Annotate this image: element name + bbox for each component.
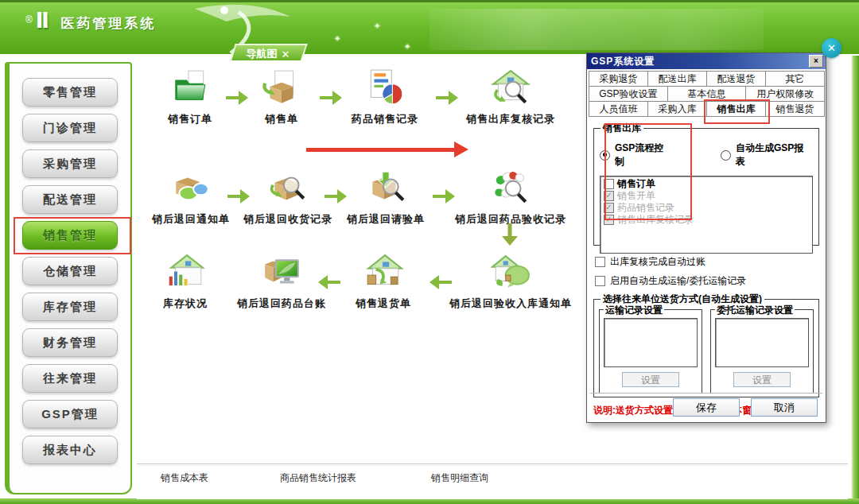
sidebar-item-label: 销售管理 <box>43 228 97 243</box>
dialog-tab[interactable]: 采购入库 <box>647 101 707 117</box>
group-entrusted-transport-records: 委托运输记录设置 设置 <box>710 309 814 394</box>
pills-magnifier-icon <box>491 169 531 208</box>
box-arrow-magnifier-icon <box>366 169 406 208</box>
record-type-listbox[interactable]: 销售订单✓销售开单✓药品销售记录✓销售出库复核记录 <box>600 176 813 254</box>
checkbox-auto-post-label[interactable]: 出库复核完成自动过账 <box>610 255 705 269</box>
radio-auto-generate-gsp-report-label[interactable]: 自动生成GSP报表 <box>736 142 813 169</box>
radio-gsp-process-control[interactable] <box>600 150 610 161</box>
sidebar-item-label: 仓储管理 <box>43 264 97 279</box>
dialog-close-button[interactable]: × <box>809 55 823 68</box>
sidebar-item-label: GSP管理 <box>41 407 99 422</box>
tab-navigation-label: 导航图 <box>247 47 278 61</box>
left-arrow-icon <box>317 273 341 291</box>
sidebar-item-contacts[interactable]: 往来管理 <box>22 364 118 393</box>
screenshot-close-button[interactable]: ✕ <box>822 38 842 58</box>
red-flow-arrow <box>306 142 469 159</box>
group-sales-outbound: 销售出库 GSP流程控制 自动生成GSP报表 销售订单✓销售开单✓药品销售记录✓… <box>593 128 819 246</box>
group-delivery-method-title: 选择往来单位送货方式(自动生成设置) <box>601 293 764 304</box>
radio-auto-generate-gsp-report[interactable] <box>721 150 731 161</box>
box-doc-icon <box>262 68 301 108</box>
checkbox-auto-transport[interactable] <box>595 276 605 286</box>
dialog-tab[interactable]: 配送出库 <box>647 71 707 87</box>
sidebar-item-label: 采购管理 <box>43 157 97 172</box>
sidebar-item-gsp[interactable]: GSP管理 <box>22 400 118 428</box>
down-arrow-icon <box>499 223 520 246</box>
sidebar-item-purchase[interactable]: 采购管理 <box>22 149 118 178</box>
flow-item-label: 销售出库复核记录 <box>447 112 574 126</box>
entrusted-settings-button[interactable]: 设置 <box>733 372 791 387</box>
sidebar-item-reports[interactable]: 报表中心 <box>22 436 118 464</box>
dialog-tab[interactable]: 采购退货 <box>589 71 648 87</box>
sparkle-decoration: ✦ <box>404 42 410 51</box>
sidebar-item-warehouse[interactable]: 仓储管理 <box>22 257 118 285</box>
dialog-body: 销售出库 GSP流程控制 自动生成GSP报表 销售订单✓销售开单✓药品销售记录✓… <box>587 120 826 422</box>
dialog-tab[interactable]: 用户权限修改 <box>745 86 825 102</box>
flow-item[interactable]: 销售出库复核记录 <box>447 68 574 126</box>
checkbox-auto-post[interactable] <box>595 257 605 267</box>
record-checkbox-label[interactable]: 销售出库复核记录 <box>617 213 694 227</box>
box-monitor-icon <box>262 253 301 293</box>
sidebar-item-inventory[interactable]: 库存管理 <box>22 293 118 321</box>
entrusted-transport-records-listbox[interactable] <box>715 318 809 367</box>
group-transport-records: 运输记录设置 设置 <box>599 309 702 394</box>
flow-item[interactable]: 销后退回药品验收记录 <box>447 169 574 227</box>
app-logo: 千方百剂®Ⅱ 医药管理系统 <box>24 9 156 33</box>
bottom-link[interactable]: 商品销售统计报表 <box>280 471 356 485</box>
save-button[interactable]: 保存 <box>673 398 740 417</box>
cancel-button[interactable]: 取消 <box>751 398 818 417</box>
house-bubble-icon <box>491 253 531 293</box>
right-arrow-icon <box>432 188 456 205</box>
window-frame-bottom <box>0 498 859 504</box>
bottom-link[interactable]: 销售成本表 <box>161 471 208 485</box>
sidebar-item-distribution[interactable]: 配送管理 <box>22 185 118 214</box>
checkbox-auto-transport-label[interactable]: 启用自动生成运输/委托运输记录 <box>610 274 746 288</box>
box-magnifier-icon <box>268 169 308 208</box>
checkbox-icon[interactable]: ✓ <box>604 203 614 213</box>
house-chart-icon <box>165 253 205 293</box>
dialog-tab[interactable]: 销售退货 <box>765 101 825 117</box>
sidebar-item-retail[interactable]: 零售管理 <box>22 78 118 107</box>
transport-records-listbox[interactable] <box>604 318 698 367</box>
radio-gsp-process-control-label[interactable]: GSP流程控制 <box>615 142 673 169</box>
checkbox-icon[interactable] <box>604 179 614 189</box>
dialog-tab[interactable]: 其它 <box>765 71 825 87</box>
sparkle-decoration: ✦ <box>334 34 340 43</box>
tab-close-icon[interactable]: ✕ <box>282 48 290 60</box>
dialog-title: GSP系统设置 <box>591 55 655 68</box>
dialog-tab[interactable]: 配送退货 <box>706 71 766 87</box>
dialog-tab[interactable]: 人员值班 <box>589 101 648 117</box>
right-arrow-icon <box>319 89 343 107</box>
sidebar-item-label: 门诊管理 <box>43 121 97 136</box>
right-arrow-icon <box>324 188 348 205</box>
flow-item-label: 药品销售记录 <box>321 112 449 126</box>
record-checkbox-item: ✓销售开单 <box>604 190 809 202</box>
window-frame-right <box>851 56 859 504</box>
registered-mark: ® <box>25 14 33 25</box>
right-arrow-icon <box>225 89 249 107</box>
sidebar-item-label: 报表中心 <box>43 443 97 458</box>
gsp-settings-dialog: GSP系统设置 × 采购退货配送出库配送退货其它GSP验收设置基本信息用户权限修… <box>586 52 826 423</box>
bottom-separator <box>137 463 848 464</box>
sidebar-item-finance[interactable]: 财务管理 <box>22 328 118 357</box>
sidebar-item-label: 往来管理 <box>43 371 97 386</box>
left-arrow-icon <box>429 273 453 291</box>
dialog-tab-active[interactable]: 销售出库 <box>706 101 766 117</box>
checkbox-icon[interactable]: ✓ <box>604 215 614 225</box>
dialog-titlebar[interactable]: GSP系统设置 × <box>587 53 826 69</box>
sidebar-item-sales[interactable]: 销售管理 <box>22 221 118 250</box>
right-arrow-icon <box>227 188 251 205</box>
house-box-icon <box>363 253 403 293</box>
transport-settings-button[interactable]: 设置 <box>622 372 679 387</box>
flow-item[interactable]: 销后退回验收入库通知单 <box>447 253 574 311</box>
flow-item-label: 销后退回验收入库通知单 <box>447 297 574 311</box>
dialog-tab[interactable]: 基本信息 <box>667 86 747 102</box>
tab-navigation-map[interactable]: 导航图 ✕ <box>229 44 307 62</box>
dialog-tab[interactable]: GSP验收设置 <box>589 86 668 102</box>
group-sales-outbound-title: 销售出库 <box>601 122 643 134</box>
record-checkbox-item: 销售订单 <box>604 178 809 190</box>
bottom-link[interactable]: 销售明细查询 <box>431 471 488 485</box>
checkbox-icon[interactable]: ✓ <box>604 191 614 201</box>
sidebar-item-label: 零售管理 <box>43 85 97 100</box>
sidebar-item-outpatient[interactable]: 门诊管理 <box>22 114 118 142</box>
system-name: 医药管理系统 <box>60 16 156 31</box>
